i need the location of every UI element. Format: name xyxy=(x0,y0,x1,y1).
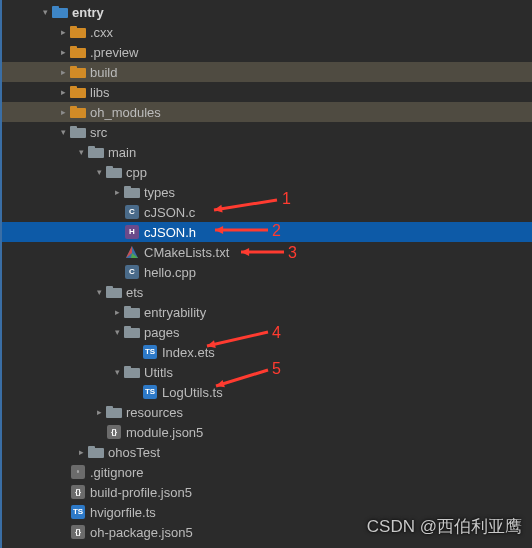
tree-row[interactable]: ▾ ets xyxy=(2,282,532,302)
chevron-right-icon[interactable]: ▸ xyxy=(56,47,70,57)
svg-rect-3 xyxy=(70,26,77,30)
chevron-down-icon[interactable]: ▾ xyxy=(92,287,106,297)
chevron-down-icon[interactable]: ▾ xyxy=(38,7,52,17)
svg-rect-28 xyxy=(124,326,131,330)
tree-item-label: libs xyxy=(90,85,110,100)
folder-icon xyxy=(70,84,86,100)
tree-item-label: main xyxy=(108,145,136,160)
svg-rect-34 xyxy=(88,446,95,450)
tree-row[interactable]: ▸ .cxx xyxy=(2,22,532,42)
tree-row[interactable]: ▾ main xyxy=(2,142,532,162)
tree-item-label: cJSON.c xyxy=(144,205,195,220)
svg-rect-19 xyxy=(124,186,131,190)
file-icon: TS xyxy=(142,384,158,400)
chevron-down-icon[interactable]: ▾ xyxy=(74,147,88,157)
tree-row[interactable]: ▾ pages xyxy=(2,322,532,342)
tree-item-label: ets xyxy=(126,285,143,300)
tree-row[interactable]: ▸ {} oh-package.json5 xyxy=(2,522,532,542)
tree-item-label: LogUtils.ts xyxy=(162,385,223,400)
file-icon: {} xyxy=(70,524,86,540)
file-icon xyxy=(124,244,140,260)
project-tree: ▾ entry▸ .cxx▸ .preview▸ build▸ libs▸ oh… xyxy=(2,0,532,542)
svg-rect-5 xyxy=(70,46,77,50)
svg-rect-11 xyxy=(70,106,77,110)
tree-item-label: CMakeLists.txt xyxy=(144,245,229,260)
chevron-right-icon[interactable]: ▸ xyxy=(74,447,88,457)
file-icon: TS xyxy=(142,344,158,360)
tree-item-label: Utitls xyxy=(144,365,173,380)
chevron-down-icon[interactable]: ▾ xyxy=(110,327,124,337)
tree-row[interactable]: ▾ Utitls xyxy=(2,362,532,382)
folder-icon xyxy=(70,24,86,40)
chevron-down-icon[interactable]: ▾ xyxy=(92,167,106,177)
tree-row[interactable]: ▸ TS hvigorfile.ts xyxy=(2,502,532,522)
file-icon: {} xyxy=(106,424,122,440)
svg-rect-7 xyxy=(70,66,77,70)
folder-icon xyxy=(106,284,122,300)
svg-rect-24 xyxy=(106,286,113,290)
folder-icon xyxy=(70,104,86,120)
tree-item-label: entry xyxy=(72,5,104,20)
chevron-right-icon[interactable]: ▸ xyxy=(92,407,106,417)
tree-row[interactable]: ▸ types xyxy=(2,182,532,202)
tree-row[interactable]: ▾ cpp xyxy=(2,162,532,182)
tree-item-label: cJSON.h xyxy=(144,225,196,240)
svg-rect-17 xyxy=(106,166,113,170)
tree-row[interactable]: ▸ build xyxy=(2,62,532,82)
tree-item-label: hvigorfile.ts xyxy=(90,505,156,520)
folder-icon xyxy=(88,444,104,460)
chevron-down-icon[interactable]: ▾ xyxy=(56,127,70,137)
tree-item-label: pages xyxy=(144,325,179,340)
file-icon: ◦ xyxy=(70,464,86,480)
folder-icon xyxy=(70,44,86,60)
folder-icon xyxy=(52,4,68,20)
tree-item-label: oh-package.json5 xyxy=(90,525,193,540)
tree-item-label: build-profile.json5 xyxy=(90,485,192,500)
tree-item-label: hello.cpp xyxy=(144,265,196,280)
tree-row[interactable]: ▾ src xyxy=(2,122,532,142)
tree-row[interactable]: ▸ {} module.json5 xyxy=(2,422,532,442)
tree-row[interactable]: ▾ entry xyxy=(2,2,532,22)
tree-item-label: resources xyxy=(126,405,183,420)
tree-item-label: entryability xyxy=(144,305,206,320)
chevron-down-icon[interactable]: ▾ xyxy=(110,367,124,377)
tree-row[interactable]: ▸ oh_modules xyxy=(2,102,532,122)
file-icon: C xyxy=(124,264,140,280)
tree-row[interactable]: ▸ TS Index.ets xyxy=(2,342,532,362)
file-icon: {} xyxy=(70,484,86,500)
tree-item-label: src xyxy=(90,125,107,140)
tree-row[interactable]: ▸ CMakeLists.txt xyxy=(2,242,532,262)
folder-icon xyxy=(70,64,86,80)
svg-rect-32 xyxy=(106,406,113,410)
file-icon: H xyxy=(124,224,140,240)
chevron-right-icon[interactable]: ▸ xyxy=(110,307,124,317)
chevron-right-icon[interactable]: ▸ xyxy=(56,27,70,37)
svg-rect-13 xyxy=(70,126,77,130)
tree-item-label: .cxx xyxy=(90,25,113,40)
svg-rect-30 xyxy=(124,366,131,370)
tree-row[interactable]: ▸ H cJSON.h xyxy=(2,222,532,242)
chevron-right-icon[interactable]: ▸ xyxy=(56,107,70,117)
tree-row[interactable]: ▸ resources xyxy=(2,402,532,422)
tree-item-label: .gitignore xyxy=(90,465,143,480)
chevron-right-icon[interactable]: ▸ xyxy=(110,187,124,197)
tree-row[interactable]: ▸ entryability xyxy=(2,302,532,322)
file-icon: C xyxy=(124,204,140,220)
chevron-right-icon[interactable]: ▸ xyxy=(56,87,70,97)
tree-item-label: .preview xyxy=(90,45,138,60)
tree-row[interactable]: ▸ TS LogUtils.ts xyxy=(2,382,532,402)
tree-row[interactable]: ▸ ◦ .gitignore xyxy=(2,462,532,482)
tree-row[interactable]: ▸ libs xyxy=(2,82,532,102)
tree-row[interactable]: ▸ C cJSON.c xyxy=(2,202,532,222)
svg-rect-15 xyxy=(88,146,95,150)
folder-icon xyxy=(124,364,140,380)
tree-row[interactable]: ▸ ohosTest xyxy=(2,442,532,462)
tree-row[interactable]: ▸ .preview xyxy=(2,42,532,62)
folder-icon xyxy=(70,124,86,140)
tree-item-label: ohosTest xyxy=(108,445,160,460)
folder-icon xyxy=(124,184,140,200)
tree-row[interactable]: ▸ C hello.cpp xyxy=(2,262,532,282)
chevron-right-icon[interactable]: ▸ xyxy=(56,67,70,77)
svg-rect-9 xyxy=(70,86,77,90)
tree-row[interactable]: ▸ {} build-profile.json5 xyxy=(2,482,532,502)
